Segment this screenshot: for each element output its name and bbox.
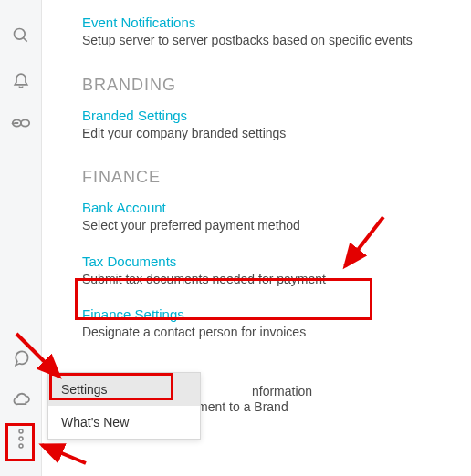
desc-branded-settings: Edit your company branded settings: [82, 126, 286, 140]
desc-finance-settings: Designate a contact person for invoices: [82, 325, 306, 339]
svg-point-5: [19, 437, 23, 440]
more-icon[interactable]: [11, 429, 31, 449]
item-finance-settings: Finance Settings Designate a contact per…: [82, 306, 453, 342]
item-bank-account: Bank Account Select your preferred payme…: [82, 200, 453, 235]
item-obscured-info: nformation: [252, 383, 312, 401]
svg-line-1: [23, 38, 26, 42]
link-bank-account[interactable]: Bank Account: [82, 200, 453, 215]
svg-point-4: [19, 429, 23, 433]
sidebar: [0, 0, 42, 476]
desc-bank-account: Select your preferred payment method: [82, 218, 300, 233]
item-event-notifications: Event Notifications Setup server to serv…: [82, 15, 453, 50]
svg-point-3: [21, 119, 29, 126]
search-icon[interactable]: [11, 26, 31, 46]
item-branded-settings: Branded Settings Edit your company brand…: [82, 108, 453, 143]
link-finance-settings[interactable]: Finance Settings: [82, 306, 453, 322]
section-branding: BRANDING: [82, 76, 453, 95]
desc-event-notifications: Setup server to server postbacks based o…: [82, 33, 413, 47]
popup-settings[interactable]: Settings: [48, 373, 200, 406]
section-finance: FINANCE: [82, 168, 453, 187]
cloud-icon[interactable]: [11, 388, 31, 409]
svg-point-6: [19, 444, 23, 448]
item-tax-documents: Tax Documents Submit tax documents neede…: [82, 254, 453, 289]
link-icon[interactable]: [11, 113, 31, 133]
chat-icon[interactable]: [11, 348, 31, 368]
link-branded-settings[interactable]: Branded Settings: [82, 108, 453, 123]
link-event-notifications[interactable]: Event Notifications: [82, 15, 453, 30]
bell-icon[interactable]: [11, 69, 31, 89]
popup-menu: Settings What's New: [47, 372, 201, 440]
desc-obscured-info: nformation: [252, 384, 312, 398]
desc-tax-documents: Submit tax documents needed for payment: [82, 272, 326, 286]
popup-whats-new[interactable]: What's New: [48, 406, 200, 439]
svg-point-0: [14, 29, 25, 40]
link-tax-documents[interactable]: Tax Documents: [82, 254, 453, 269]
